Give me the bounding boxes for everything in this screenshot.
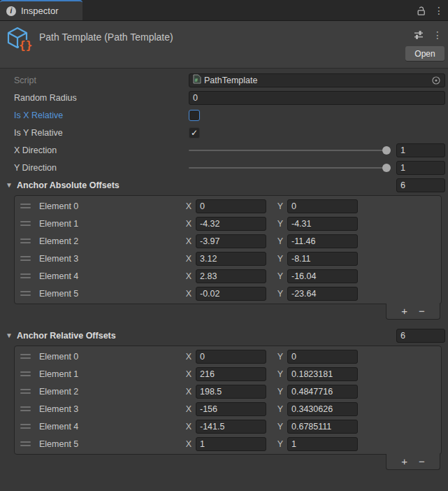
element-x-field[interactable]: 0 (196, 350, 266, 364)
element-label: Element 2 (39, 236, 176, 246)
element-y-field[interactable]: 0 (287, 350, 358, 364)
element-y-field[interactable]: 0.1823181 (287, 367, 358, 381)
element-y-field[interactable]: -4.31 (287, 217, 358, 231)
is-x-relative-checkbox[interactable] (189, 110, 200, 121)
y-direction-field[interactable]: 1 (396, 161, 445, 175)
drag-handle-icon[interactable] (20, 221, 31, 226)
add-element-button[interactable]: + (401, 305, 407, 318)
drag-handle-icon[interactable] (20, 354, 31, 359)
is-x-relative-label: Is X Relative (14, 111, 189, 120)
object-picker-icon[interactable] (431, 76, 441, 85)
x-direction-slider-knob[interactable] (382, 146, 391, 155)
element-x-field[interactable]: -141.5 (196, 420, 266, 434)
list-element-row[interactable]: Element 4 X 2.83 Y -16.04 (15, 267, 441, 285)
random-radius-row: Random Radius 0 (0, 89, 448, 106)
drag-handle-icon[interactable] (20, 291, 31, 296)
is-y-relative-checkbox[interactable]: ✓ (189, 127, 200, 138)
tab-inspector[interactable]: i Inspector (0, 0, 82, 20)
x-axis-label: X (176, 352, 192, 362)
foldout-arrow-icon[interactable]: ▼ (6, 181, 17, 189)
component-menu-icon[interactable]: ⋮ (433, 30, 442, 40)
drag-handle-icon[interactable] (20, 273, 31, 278)
x-axis-label: X (176, 254, 192, 264)
element-label: Element 0 (39, 352, 176, 362)
element-y-field[interactable]: 1 (287, 437, 358, 451)
element-y-field[interactable]: -23.64 (287, 287, 358, 301)
drag-handle-icon[interactable] (20, 204, 31, 208)
element-x-field[interactable]: 2.83 (196, 269, 266, 283)
absolute-offsets-foldout[interactable]: ▼ Anchor Absolute Offsets 6 (0, 176, 448, 194)
element-y-field[interactable]: 0.4847716 (287, 385, 358, 399)
element-label: Element 3 (39, 404, 176, 414)
list-element-row[interactable]: Element 0 X 0 Y 0 (15, 197, 441, 215)
list-element-row[interactable]: Element 3 X -156 Y 0.3430626 (15, 400, 441, 418)
element-x-field[interactable]: -0.02 (196, 287, 266, 301)
list-element-row[interactable]: Element 4 X -141.5 Y 0.6785111 (15, 418, 441, 435)
element-x-field[interactable]: 198.5 (196, 385, 266, 399)
element-label: Element 4 (39, 271, 176, 281)
checkmark-icon: ✓ (191, 128, 198, 138)
element-y-field[interactable]: -11.46 (287, 234, 358, 248)
absolute-offsets-title: Anchor Absolute Offsets (17, 180, 120, 190)
foldout-arrow-icon[interactable]: ▼ (6, 332, 17, 339)
element-x-field[interactable]: 216 (196, 367, 266, 381)
x-direction-slider[interactable] (189, 150, 389, 151)
y-axis-label: Y (275, 422, 283, 432)
list-element-row[interactable]: Element 0 X 0 Y 0 (15, 348, 441, 365)
add-element-button[interactable]: + (401, 455, 407, 468)
y-direction-slider[interactable] (189, 167, 389, 169)
x-direction-field[interactable]: 1 (396, 143, 445, 157)
remove-element-button[interactable]: − (419, 455, 425, 468)
relative-offsets-foldout[interactable]: ▼ Anchor Relative Offsets 6 (0, 327, 448, 344)
y-axis-label: Y (275, 439, 283, 449)
element-x-field[interactable]: 1 (196, 437, 266, 451)
x-axis-label: X (176, 439, 192, 449)
drag-handle-icon[interactable] (20, 424, 31, 429)
list-element-row[interactable]: Element 2 X -3.97 Y -11.46 (15, 232, 441, 250)
x-axis-label: X (176, 289, 192, 299)
list-element-row[interactable]: Element 2 X 198.5 Y 0.4847716 (15, 383, 441, 400)
list-element-row[interactable]: Element 1 X 216 Y 0.1823181 (15, 365, 441, 383)
presets-icon[interactable] (413, 29, 424, 41)
window-menu-icon[interactable]: ⋮ (434, 6, 444, 15)
is-x-relative-row: Is X Relative (0, 106, 448, 124)
element-y-field[interactable]: 0 (287, 199, 358, 213)
element-y-field[interactable]: 0.3430626 (287, 402, 358, 416)
remove-element-button[interactable]: − (419, 305, 425, 318)
x-axis-label: X (176, 387, 192, 397)
x-direction-label: X Direction (14, 145, 189, 155)
drag-handle-icon[interactable] (20, 406, 31, 411)
relative-offsets-size-field[interactable]: 6 (396, 329, 445, 343)
random-radius-label: Random Radius (14, 93, 189, 103)
random-radius-field[interactable]: 0 (189, 91, 445, 105)
element-y-field[interactable]: 0.6785111 (287, 420, 358, 434)
unlock-icon[interactable] (416, 6, 426, 16)
element-x-field[interactable]: -156 (196, 402, 266, 416)
element-x-field[interactable]: 0 (196, 199, 266, 213)
element-x-field[interactable]: -3.97 (196, 234, 266, 248)
script-object-field[interactable]: # PathTemplate (189, 73, 445, 87)
y-axis-label: Y (275, 219, 283, 229)
element-label: Element 1 (39, 219, 176, 229)
open-button[interactable]: Open (405, 46, 445, 61)
is-y-relative-row: Is Y Relative ✓ (0, 124, 448, 141)
drag-handle-icon[interactable] (20, 441, 31, 446)
element-x-field[interactable]: -4.32 (196, 217, 266, 231)
is-y-relative-label: Is Y Relative (14, 128, 189, 138)
element-y-field[interactable]: -16.04 (287, 269, 358, 283)
x-axis-label: X (176, 201, 192, 211)
drag-handle-icon[interactable] (20, 389, 31, 394)
y-direction-slider-knob[interactable] (382, 164, 391, 172)
absolute-offsets-size-field[interactable]: 6 (396, 178, 445, 192)
list-element-row[interactable]: Element 5 X -0.02 Y -23.64 (15, 285, 441, 302)
x-axis-label: X (176, 369, 192, 379)
list-element-row[interactable]: Element 1 X -4.32 Y -4.31 (15, 215, 441, 232)
element-y-field[interactable]: -8.11 (287, 252, 358, 266)
drag-handle-icon[interactable] (20, 371, 31, 376)
drag-handle-icon[interactable] (20, 256, 31, 261)
list-element-row[interactable]: Element 5 X 1 Y 1 (15, 435, 441, 453)
drag-handle-icon[interactable] (20, 239, 31, 243)
element-label: Element 3 (39, 254, 176, 264)
element-x-field[interactable]: 3.12 (196, 252, 266, 266)
list-element-row[interactable]: Element 3 X 3.12 Y -8.11 (15, 250, 441, 267)
